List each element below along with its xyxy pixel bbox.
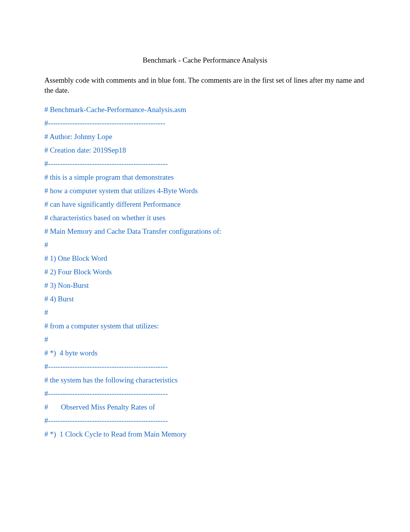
code-line: #---------------------------------------… <box>44 390 366 397</box>
code-line: # *) 4 byte words <box>44 349 366 357</box>
code-line: # 2) Four Block Words <box>44 268 366 275</box>
code-line: # Creation date: 2019Sep18 <box>44 146 366 154</box>
code-line: # Main Memory and Cache Data Transfer co… <box>44 228 366 235</box>
code-line: # *) 1 Clock Cycle to Read from Main Mem… <box>44 430 366 438</box>
code-line: # can have significantly different Perfo… <box>44 201 366 208</box>
code-line: # characteristics based on whether it us… <box>44 214 366 221</box>
code-line: # 3) Non-Burst <box>44 282 366 289</box>
code-line: # this is a simple program that demonstr… <box>44 173 366 181</box>
code-line: # 1) One Block Word <box>44 255 366 262</box>
code-line: # from a computer system that utilizes: <box>44 322 366 330</box>
code-block: # Benchmark-Cache-Performance-Analysis.a… <box>44 106 366 438</box>
code-line: # Author: Johnny Lope <box>44 133 366 140</box>
code-line: # how a computer system that utilizes 4-… <box>44 187 366 194</box>
code-line: # <box>44 336 366 343</box>
code-line: #---------------------------------------… <box>44 417 366 424</box>
code-line: # <box>44 241 366 248</box>
code-line: #---------------------------------------… <box>44 363 366 370</box>
code-line: # Observed Miss Penalty Rates of <box>44 403 366 411</box>
intro-paragraph: Assembly code with comments and in blue … <box>44 75 366 95</box>
code-line: # the system has the following character… <box>44 376 366 384</box>
code-line: # <box>44 309 366 316</box>
code-line: #---------------------------------------… <box>44 160 366 167</box>
code-line: #---------------------------------------… <box>44 119 366 127</box>
code-line: # 4) Burst <box>44 295 366 303</box>
document-title: Benchmark - Cache Performance Analysis <box>44 56 366 65</box>
code-line: # Benchmark-Cache-Performance-Analysis.a… <box>44 106 366 113</box>
